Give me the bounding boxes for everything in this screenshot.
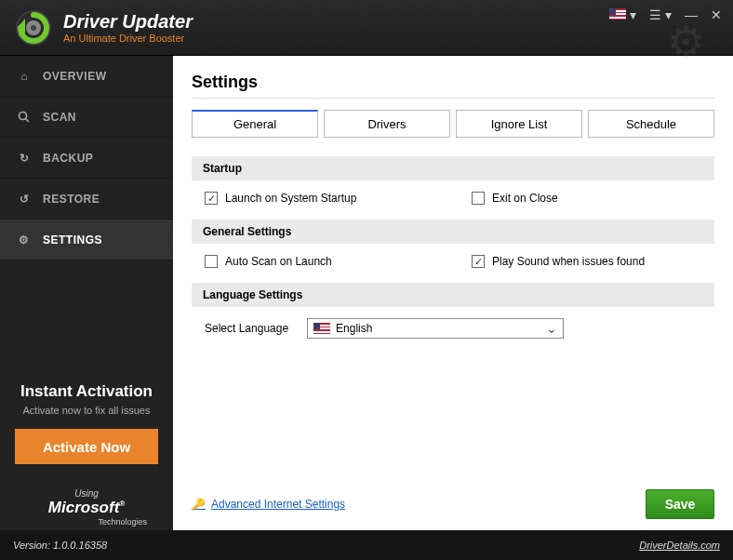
app-title: Driver Updater <box>63 11 193 33</box>
save-button[interactable]: Save <box>646 489 714 519</box>
home-icon: ⌂ <box>17 69 32 84</box>
promo-subtitle: Activate now to fix all issues <box>15 405 158 416</box>
flag-icon <box>313 323 330 334</box>
page-title: Settings <box>192 73 714 92</box>
language-flag-button[interactable]: ▾ <box>609 7 636 22</box>
minimize-icon[interactable]: — <box>685 7 698 22</box>
svg-line-5 <box>26 118 30 122</box>
advanced-settings-link[interactable]: 🔑 Advanced Internet Settings <box>192 498 345 511</box>
svg-point-3 <box>31 25 36 31</box>
refresh-icon: ↻ <box>17 151 32 166</box>
tab-general[interactable]: General <box>192 110 318 138</box>
section-language-header: Language Settings <box>192 283 714 307</box>
sidebar-item-scan[interactable]: SCAN <box>0 97 173 138</box>
refresh-icon: ↺ <box>17 192 32 207</box>
section-startup-header: Startup <box>192 156 714 180</box>
app-subtitle: An Ultimate Driver Booster <box>63 33 193 44</box>
app-logo-icon <box>15 9 52 47</box>
checkbox-play-sound[interactable]: ✓ Play Sound when issues found <box>472 255 701 268</box>
divider <box>192 98 714 99</box>
checkbox-auto-scan[interactable]: Auto Scan on Launch <box>205 255 434 268</box>
sidebar-item-restore[interactable]: ↺ RESTORE <box>0 179 173 220</box>
checkbox-launch-startup[interactable]: ✓ Launch on System Startup <box>205 192 434 205</box>
promo-title: Instant Activation <box>15 382 158 401</box>
activate-button[interactable]: Activate Now <box>15 429 158 464</box>
svg-point-4 <box>20 112 27 119</box>
sidebar-item-label: SETTINGS <box>43 233 102 247</box>
checkbox-icon: ✓ <box>205 192 218 205</box>
language-label: Select Language <box>205 322 288 335</box>
checkbox-exit-close[interactable]: Exit on Close <box>472 192 701 205</box>
close-icon[interactable]: ✕ <box>711 7 722 22</box>
section-general-header: General Settings <box>192 220 714 244</box>
checkbox-icon: ✓ <box>472 255 485 268</box>
sidebar-item-label: RESTORE <box>43 193 100 206</box>
microsoft-badge: Using Microsoft® Technologies <box>0 479 173 530</box>
menu-icon[interactable]: ☰ ▾ <box>649 7 672 22</box>
sidebar-item-label: OVERVIEW <box>43 70 106 83</box>
gear-icon: ⚙ <box>17 233 32 247</box>
sidebar-item-backup[interactable]: ↻ BACKUP <box>0 138 173 179</box>
sidebar-item-overview[interactable]: ⌂ OVERVIEW <box>0 56 173 97</box>
key-icon: 🔑 <box>192 498 206 511</box>
checkbox-icon <box>472 192 485 205</box>
version-label: Version: 1.0.0.16358 <box>13 540 107 551</box>
checkbox-icon <box>205 255 218 268</box>
tab-schedule[interactable]: Schedule <box>588 110 714 138</box>
tab-ignore-list[interactable]: Ignore List <box>456 110 582 138</box>
site-link[interactable]: DriverDetails.com <box>639 540 720 551</box>
sidebar-item-settings[interactable]: ⚙ SETTINGS <box>0 220 173 260</box>
sidebar-item-label: BACKUP <box>43 152 93 165</box>
search-icon <box>17 110 32 125</box>
tab-drivers[interactable]: Drivers <box>324 110 450 138</box>
sidebar-item-label: SCAN <box>43 111 76 124</box>
language-select[interactable]: English <box>307 318 564 339</box>
